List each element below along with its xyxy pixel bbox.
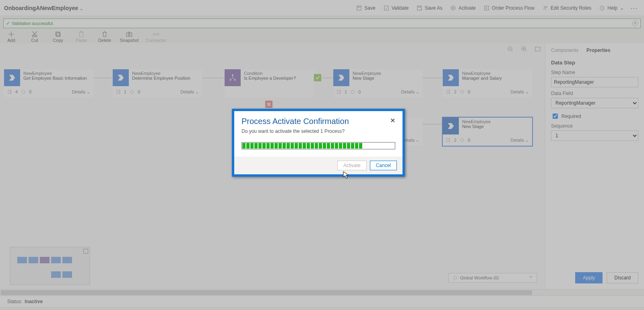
close-icon[interactable]: ✕: [390, 117, 395, 126]
dialog-activate-button: Activate: [337, 161, 367, 170]
activate-confirmation-dialog: Process Activate Confirmation ✕ Do you w…: [232, 109, 405, 177]
dialog-title: Process Activate Confirmation: [242, 117, 349, 126]
dialog-subtitle: Do you want to activate the selected 1 P…: [234, 128, 402, 138]
dialog-cancel-button[interactable]: Cancel: [370, 161, 397, 170]
progress-bar: [242, 142, 395, 149]
